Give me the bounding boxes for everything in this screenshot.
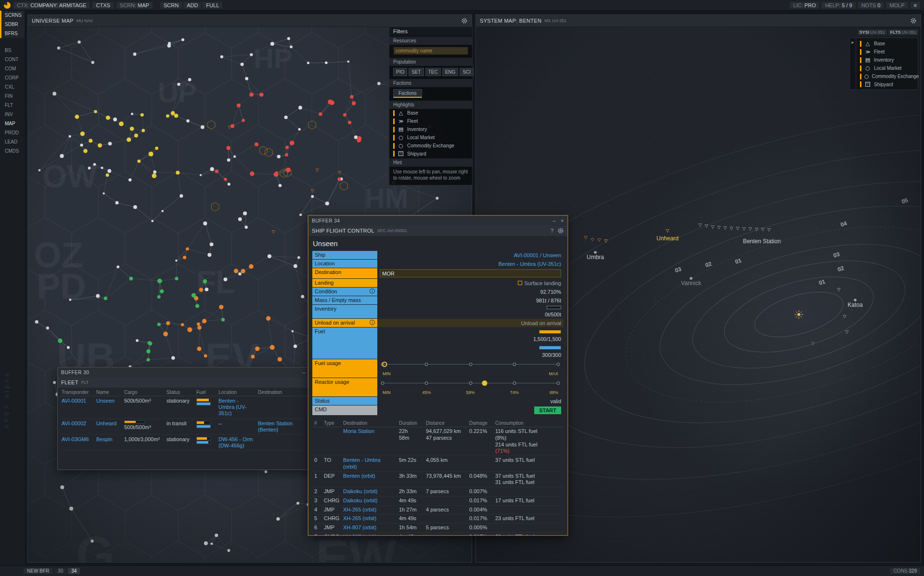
star[interactable] (259, 93, 263, 97)
context-selector[interactable]: CTX: COMPANY: ARMITAGE (13, 2, 90, 9)
surface-landing-checkbox[interactable] (518, 281, 522, 285)
star[interactable] (106, 173, 109, 177)
star[interactable] (116, 201, 119, 205)
star[interactable] (285, 153, 288, 157)
star[interactable] (377, 82, 381, 85)
star[interactable] (157, 323, 161, 326)
star[interactable] (197, 326, 202, 330)
star[interactable] (241, 63, 244, 66)
star[interactable] (266, 316, 270, 320)
star[interactable] (91, 539, 94, 542)
star[interactable] (270, 42, 274, 46)
sidebar-item-corp[interactable]: CORP (0, 73, 25, 82)
ship-name-link[interactable]: Bespin (96, 436, 113, 442)
star[interactable] (237, 104, 241, 107)
star[interactable] (108, 142, 112, 146)
sidebar-item-lead[interactable]: LEAD (0, 137, 25, 146)
transponder-link[interactable]: AVI-00002 (62, 420, 86, 426)
star[interactable] (149, 342, 152, 345)
minimize-icon[interactable]: – (552, 218, 556, 223)
fleet-marker[interactable]: ▽ (604, 238, 608, 243)
buffer-tab-34[interactable]: 34 (68, 568, 80, 574)
fleet-marker[interactable]: ▽ (730, 226, 733, 231)
star[interactable] (210, 543, 213, 545)
star[interactable] (91, 61, 94, 64)
location-link[interactable]: DW-456 - Orm (DW-456g) (218, 436, 253, 448)
transponder-link[interactable]: AVI-03GM6 (62, 436, 89, 442)
star[interactable] (152, 173, 156, 178)
star[interactable] (350, 95, 353, 98)
star[interactable] (307, 62, 309, 64)
legend-item-inventory[interactable]: ▤Inventory (389, 125, 472, 133)
star[interactable] (215, 170, 218, 173)
star[interactable] (296, 502, 299, 505)
star[interactable] (292, 330, 294, 332)
sidebar-item-fin[interactable]: FIN (0, 92, 25, 101)
fuel-usage-slider-handle[interactable] (382, 362, 387, 367)
buffer-30-titlebar[interactable]: BUFFER 30 – × (58, 367, 317, 377)
star[interactable] (325, 61, 328, 64)
star[interactable] (146, 349, 150, 353)
route-destination-link[interactable]: XH-265 (orbit) (343, 515, 376, 521)
legend-item-base[interactable]: △Base (389, 109, 472, 117)
star[interactable] (238, 217, 242, 221)
star[interactable] (171, 111, 175, 116)
star[interactable] (301, 295, 304, 298)
system-map-tab-sysi[interactable]: SYSI UV-351 (858, 29, 887, 35)
new-buffer-button[interactable]: NEW BFR (24, 568, 52, 574)
star[interactable] (270, 345, 275, 350)
sidebar-item-com[interactable]: COM (0, 64, 25, 73)
star[interactable] (220, 55, 223, 58)
star[interactable] (279, 184, 282, 187)
fleet-marker[interactable]: ▽ (837, 287, 841, 292)
star[interactable] (136, 339, 139, 342)
route-destination-link[interactable]: XH-807 (orbit) (343, 534, 376, 536)
info-icon[interactable]: i (370, 288, 375, 294)
star[interactable] (204, 354, 207, 358)
fleet-markers-layer[interactable]: ▽▽▽▽▽▽▽▽▽▽▽▽▽◇▽▽▽▽▽▽▽ (584, 223, 849, 346)
star[interactable] (352, 101, 356, 105)
fleet-marker[interactable]: ▽ (768, 227, 771, 232)
star[interactable] (157, 295, 161, 299)
star[interactable] (233, 155, 236, 157)
fleet-marker[interactable]: ▽ (584, 235, 588, 240)
star[interactable] (101, 167, 103, 169)
body-label-katoa[interactable]: Katoa (847, 301, 863, 308)
star[interactable] (98, 143, 102, 147)
star[interactable] (119, 121, 124, 126)
location-link[interactable]: Benten - Umbra (UV-351c) (218, 398, 246, 416)
star[interactable] (224, 178, 227, 181)
star[interactable] (325, 201, 329, 205)
destination-input[interactable] (380, 269, 561, 277)
sidebar-item-inv[interactable]: INV (0, 110, 25, 119)
star[interactable] (186, 119, 190, 123)
star[interactable] (127, 137, 131, 142)
star[interactable] (294, 344, 297, 348)
star[interactable] (298, 128, 301, 131)
fleet-marker[interactable]: ◇ (591, 236, 594, 241)
sidebar-item-cmds[interactable]: CMDS (0, 146, 25, 156)
body-label-benten-station[interactable]: Benten Station (743, 238, 781, 245)
star[interactable] (299, 214, 302, 216)
star[interactable] (174, 114, 179, 118)
star[interactable] (134, 134, 138, 138)
population-filter-eng[interactable]: ENG (442, 68, 459, 76)
star[interactable] (255, 143, 258, 146)
minimize-icon[interactable]: – (302, 370, 306, 375)
topbar-button-add[interactable]: ADD (183, 2, 201, 9)
star[interactable] (57, 47, 60, 50)
topbar-item-nots[interactable]: NOTS 0 (858, 2, 884, 9)
legend-item-commodity-exchange[interactable]: ○Commodity Exchange (389, 142, 472, 150)
star[interactable] (129, 277, 133, 281)
star[interactable] (176, 171, 180, 175)
sidebar-item-bfrs[interactable]: BFRS (0, 29, 25, 38)
star[interactable] (77, 40, 81, 44)
star[interactable] (274, 172, 279, 177)
star[interactable] (153, 170, 156, 174)
sidebar-item-cont[interactable]: CONT (0, 55, 25, 64)
star[interactable] (204, 541, 208, 545)
body-label-umbra[interactable]: Umbra (587, 254, 604, 261)
star[interactable] (199, 288, 203, 292)
star[interactable] (168, 42, 171, 45)
menu-icon[interactable]: ≡ (911, 2, 920, 9)
